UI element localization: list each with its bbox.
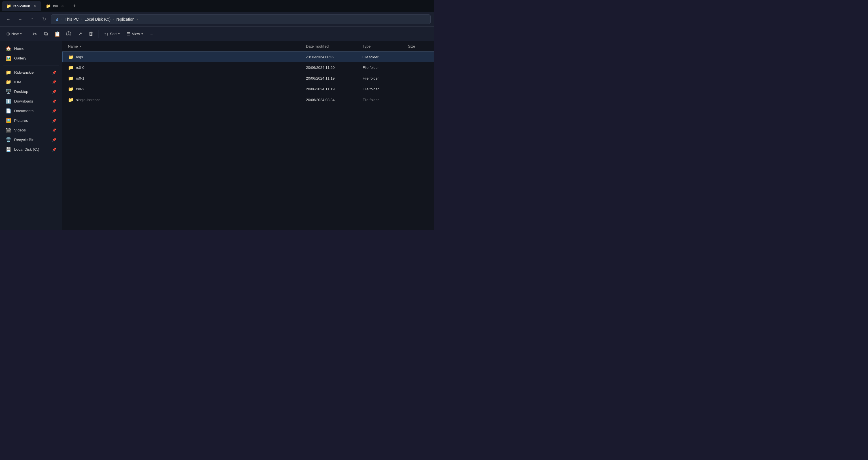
file-list: 📁 logs 20/06/2024 06:32 File folder 📁 rs…: [62, 52, 434, 230]
refresh-button[interactable]: ↻: [39, 14, 49, 24]
col-header-name[interactable]: Name ▲: [66, 41, 304, 51]
sidebar-item-pictures[interactable]: 🖼️ Pictures 📌: [2, 116, 60, 125]
toolbar-sep-1: [27, 30, 27, 38]
pin-icon-videos: 📌: [52, 128, 56, 132]
main-content: 🏠 Home 🖼️ Gallery 📁 Ridwanskie 📌 📁 IDM 📌…: [0, 41, 434, 230]
delete-button[interactable]: 🗑: [86, 29, 96, 39]
forward-button[interactable]: →: [15, 14, 25, 24]
more-label: ...: [150, 32, 153, 36]
sidebar-divider-1: [3, 65, 59, 65]
new-tab-button[interactable]: +: [70, 1, 79, 10]
back-button[interactable]: ←: [3, 14, 13, 24]
sort-chevron-icon: ▾: [118, 32, 120, 36]
recycle-bin-icon: 🗑️: [6, 137, 11, 143]
sidebar-item-idm[interactable]: 📁 IDM 📌: [2, 77, 60, 87]
file-date-logs: 20/06/2024 06:32: [303, 55, 360, 59]
breadcrumb-replication[interactable]: replication: [117, 17, 134, 22]
table-row[interactable]: 📁 rs0-0 20/06/2024 11:20 File folder: [62, 62, 434, 73]
file-name-single-instance: 📁 single-instance: [66, 97, 304, 102]
col-header-size[interactable]: Size: [406, 41, 434, 51]
up-button[interactable]: ↑: [27, 14, 37, 24]
file-name-rs0-0: 📁 rs0-0: [66, 65, 304, 70]
tab-close-replication[interactable]: ✕: [32, 4, 37, 8]
copy-button[interactable]: ⧉: [41, 29, 51, 39]
tab-label-replication: replication: [13, 4, 30, 8]
file-date-rs0-2: 20/06/2024 11:19: [304, 87, 360, 91]
sidebar-item-local-disk[interactable]: 💾 Local Disk (C:) 📌: [2, 145, 60, 154]
desktop-icon: 🖥️: [6, 89, 11, 94]
folder-icon-single-instance: 📁: [68, 97, 74, 102]
sidebar-item-ridwanskie[interactable]: 📁 Ridwanskie 📌: [2, 68, 60, 77]
col-header-date[interactable]: Date modified: [304, 41, 360, 51]
title-bar: 📁 replication ✕ 📁 bin ✕ +: [0, 0, 434, 12]
tab-replication[interactable]: 📁 replication ✕: [2, 1, 41, 11]
sidebar-label-local-disk: Local Disk (C:): [14, 147, 39, 152]
cut-button[interactable]: ✂: [29, 29, 40, 39]
sidebar-item-videos[interactable]: 🎬 Videos 📌: [2, 125, 60, 135]
pin-icon-desktop: 📌: [52, 90, 56, 94]
sidebar-item-downloads[interactable]: ⬇️ Downloads 📌: [2, 97, 60, 106]
new-chevron-icon: ▾: [20, 32, 22, 36]
new-label: New: [11, 32, 19, 36]
breadcrumb-thispc[interactable]: This PC: [65, 17, 79, 22]
folder-icon-rs0-0: 📁: [68, 65, 74, 70]
idm-icon: 📁: [6, 79, 11, 85]
folder-icon-rs0-2: 📁: [68, 86, 74, 92]
col-header-type[interactable]: Type: [360, 41, 406, 51]
view-button[interactable]: ☰ View ▾: [124, 29, 146, 39]
tab-label-bin: bin: [53, 4, 58, 8]
sort-label: Sort: [110, 32, 117, 36]
tab-close-bin[interactable]: ✕: [60, 4, 65, 8]
pin-icon-documents: 📌: [52, 109, 56, 113]
file-date-rs0-0: 20/06/2024 11:20: [304, 65, 360, 70]
downloads-icon: ⬇️: [6, 98, 11, 104]
sort-button[interactable]: ↑↓ Sort ▾: [101, 29, 123, 39]
view-label: View: [132, 32, 140, 36]
file-type-single-instance: File folder: [360, 98, 406, 102]
sidebar-item-desktop[interactable]: 🖥️ Desktop 📌: [2, 87, 60, 96]
pin-icon-recycle-bin: 📌: [52, 138, 56, 142]
sidebar: 🏠 Home 🖼️ Gallery 📁 Ridwanskie 📌 📁 IDM 📌…: [0, 41, 62, 230]
local-disk-icon: 💾: [6, 147, 11, 152]
sidebar-item-gallery[interactable]: 🖼️ Gallery: [2, 54, 60, 63]
sidebar-label-home: Home: [14, 47, 24, 51]
file-area: Name ▲ Date modified Type Size 📁 logs 20…: [62, 41, 434, 230]
file-type-logs: File folder: [360, 55, 405, 59]
new-button[interactable]: ⊕ New ▾: [3, 29, 25, 39]
tab-folder-icon-replication: 📁: [6, 4, 11, 8]
breadcrumb-localdisk[interactable]: Local Disk (C:): [85, 17, 111, 22]
file-type-rs0-2: File folder: [360, 87, 406, 91]
nav-bar: ← → ↑ ↻ 🖥 › This PC › Local Disk (C:) › …: [0, 12, 434, 27]
pin-icon-ridwanskie: 📌: [52, 70, 56, 74]
sidebar-item-recycle-bin[interactable]: 🗑️ Recycle Bin 📌: [2, 135, 60, 145]
file-name-logs: 📁 logs: [66, 54, 303, 60]
tab-bin[interactable]: 📁 bin ✕: [42, 1, 68, 11]
view-chevron-icon: ▾: [142, 32, 143, 36]
pin-icon-idm: 📌: [52, 80, 56, 84]
sidebar-item-documents[interactable]: 📄 Documents 📌: [2, 106, 60, 116]
table-row[interactable]: 📁 rs0-1 20/06/2024 11:19 File folder: [62, 73, 434, 84]
pin-icon-pictures: 📌: [52, 119, 56, 123]
view-icon: ☰: [127, 31, 131, 36]
paste-button[interactable]: 📋: [52, 29, 62, 39]
folder-icon-rs0-1: 📁: [68, 75, 74, 81]
file-name-rs0-1: 📁 rs0-1: [66, 75, 304, 81]
file-type-rs0-1: File folder: [360, 76, 406, 81]
sidebar-label-downloads: Downloads: [14, 99, 33, 103]
sidebar-label-ridwanskie: Ridwanskie: [14, 70, 34, 74]
gallery-icon: 🖼️: [6, 56, 11, 61]
pin-icon-local-disk: 📌: [52, 148, 56, 152]
sidebar-label-pictures: Pictures: [14, 118, 28, 123]
file-date-rs0-1: 20/06/2024 11:19: [304, 76, 360, 81]
rename-button[interactable]: Ⓐ: [63, 29, 74, 39]
more-button[interactable]: ...: [147, 29, 156, 39]
table-row[interactable]: 📁 logs 20/06/2024 06:32 File folder: [62, 52, 434, 62]
table-row[interactable]: 📁 single-instance 20/06/2024 08:34 File …: [62, 95, 434, 105]
sidebar-item-home[interactable]: 🏠 Home: [2, 44, 60, 53]
pictures-icon: 🖼️: [6, 118, 11, 123]
column-headers: Name ▲ Date modified Type Size: [62, 41, 434, 52]
table-row[interactable]: 📁 rs0-2 20/06/2024 11:19 File folder: [62, 84, 434, 95]
sidebar-label-videos: Videos: [14, 128, 26, 132]
address-bar[interactable]: 🖥 › This PC › Local Disk (C:) › replicat…: [51, 14, 431, 24]
share-button[interactable]: ↗: [75, 29, 85, 39]
